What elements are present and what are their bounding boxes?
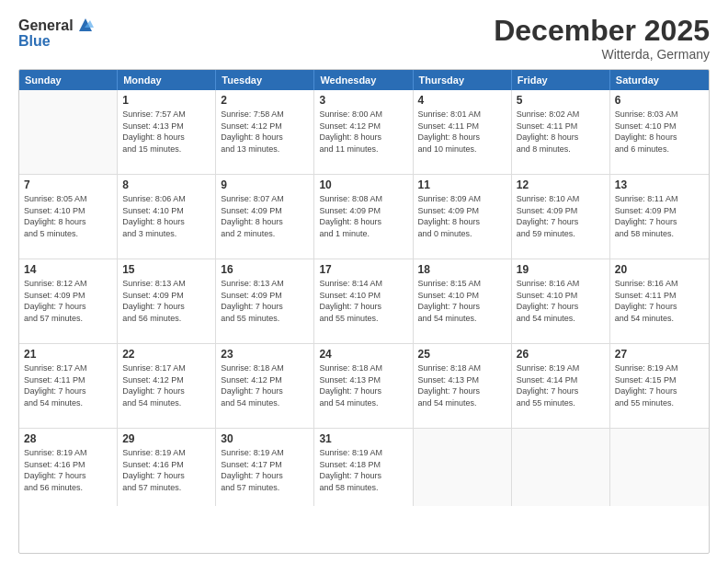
day-number: 25 [418,348,506,361]
day-info: Sunrise: 7:57 AM Sunset: 4:13 PM Dayligh… [122,109,210,155]
day-info: Sunrise: 8:19 AM Sunset: 4:15 PM Dayligh… [615,362,704,408]
day-cell-2: 2Sunrise: 7:58 AM Sunset: 4:12 PM Daylig… [216,90,314,174]
day-number: 2 [221,94,309,107]
day-info: Sunrise: 8:19 AM Sunset: 4:16 PM Dayligh… [24,447,112,493]
day-number: 13 [615,178,704,191]
empty-cell [19,90,118,174]
logo-blue-text: Blue [18,33,96,50]
day-number: 4 [418,94,506,107]
calendar-week-5: 28Sunrise: 8:19 AM Sunset: 4:16 PM Dayli… [19,429,709,506]
day-number: 31 [319,432,407,445]
day-cell-17: 17Sunrise: 8:14 AM Sunset: 4:10 PM Dayli… [314,259,413,343]
day-cell-23: 23Sunrise: 8:18 AM Sunset: 4:12 PM Dayli… [216,344,314,428]
header: General Blue December 2025 Witterda, Ger… [18,15,710,62]
empty-cell [512,429,610,506]
day-number: 11 [418,178,506,191]
day-info: Sunrise: 8:17 AM Sunset: 4:11 PM Dayligh… [24,362,112,408]
header-day-monday: Monday [118,70,216,90]
header-day-tuesday: Tuesday [216,70,314,90]
logo-general-text: General [18,17,74,34]
day-number: 7 [24,178,112,191]
calendar-week-1: 1Sunrise: 7:57 AM Sunset: 4:13 PM Daylig… [19,90,709,175]
day-number: 30 [221,432,309,445]
day-cell-1: 1Sunrise: 7:57 AM Sunset: 4:13 PM Daylig… [118,90,216,174]
day-cell-13: 13Sunrise: 8:11 AM Sunset: 4:09 PM Dayli… [610,175,709,259]
header-day-sunday: Sunday [19,70,118,90]
day-info: Sunrise: 8:18 AM Sunset: 4:13 PM Dayligh… [319,362,407,408]
day-cell-22: 22Sunrise: 8:17 AM Sunset: 4:12 PM Dayli… [118,344,216,428]
calendar-body: 1Sunrise: 7:57 AM Sunset: 4:13 PM Daylig… [19,90,709,506]
day-number: 24 [319,348,407,361]
day-cell-18: 18Sunrise: 8:15 AM Sunset: 4:10 PM Dayli… [414,259,512,343]
day-info: Sunrise: 8:03 AM Sunset: 4:10 PM Dayligh… [615,109,704,155]
day-number: 18 [418,263,506,276]
day-cell-3: 3Sunrise: 8:00 AM Sunset: 4:12 PM Daylig… [314,90,413,174]
day-number: 3 [319,94,407,107]
day-cell-30: 30Sunrise: 8:19 AM Sunset: 4:17 PM Dayli… [216,429,314,506]
day-info: Sunrise: 8:13 AM Sunset: 4:09 PM Dayligh… [221,278,309,324]
day-number: 19 [517,263,605,276]
day-number: 26 [517,348,605,361]
month-title: December 2025 [494,15,710,47]
day-number: 14 [24,263,112,276]
day-number: 29 [122,432,210,445]
day-number: 10 [319,178,407,191]
calendar: SundayMondayTuesdayWednesdayThursdayFrid… [18,69,710,554]
day-number: 5 [517,94,605,107]
day-cell-14: 14Sunrise: 8:12 AM Sunset: 4:09 PM Dayli… [19,259,118,343]
day-cell-6: 6Sunrise: 8:03 AM Sunset: 4:10 PM Daylig… [610,90,709,174]
page-container: General Blue December 2025 Witterda, Ger… [0,0,728,563]
day-number: 15 [122,263,210,276]
day-number: 17 [319,263,407,276]
day-cell-8: 8Sunrise: 8:06 AM Sunset: 4:10 PM Daylig… [118,175,216,259]
day-cell-10: 10Sunrise: 8:08 AM Sunset: 4:09 PM Dayli… [314,175,413,259]
day-number: 6 [615,94,704,107]
day-info: Sunrise: 8:17 AM Sunset: 4:12 PM Dayligh… [122,362,210,408]
header-day-saturday: Saturday [610,70,709,90]
calendar-week-4: 21Sunrise: 8:17 AM Sunset: 4:11 PM Dayli… [19,344,709,429]
day-info: Sunrise: 8:02 AM Sunset: 4:11 PM Dayligh… [517,109,605,155]
day-cell-28: 28Sunrise: 8:19 AM Sunset: 4:16 PM Dayli… [19,429,118,506]
day-info: Sunrise: 8:08 AM Sunset: 4:09 PM Dayligh… [319,193,407,239]
day-number: 9 [221,178,309,191]
day-number: 12 [517,178,605,191]
day-info: Sunrise: 8:14 AM Sunset: 4:10 PM Dayligh… [319,278,407,324]
day-info: Sunrise: 8:05 AM Sunset: 4:10 PM Dayligh… [24,193,112,239]
day-number: 28 [24,432,112,445]
day-cell-7: 7Sunrise: 8:05 AM Sunset: 4:10 PM Daylig… [19,175,118,259]
day-info: Sunrise: 8:19 AM Sunset: 4:16 PM Dayligh… [122,447,210,493]
day-cell-24: 24Sunrise: 8:18 AM Sunset: 4:13 PM Dayli… [314,344,413,428]
day-info: Sunrise: 8:07 AM Sunset: 4:09 PM Dayligh… [221,193,309,239]
day-info: Sunrise: 8:13 AM Sunset: 4:09 PM Dayligh… [122,278,210,324]
day-cell-26: 26Sunrise: 8:19 AM Sunset: 4:14 PM Dayli… [512,344,610,428]
day-number: 16 [221,263,309,276]
day-info: Sunrise: 8:12 AM Sunset: 4:09 PM Dayligh… [24,278,112,324]
day-info: Sunrise: 8:01 AM Sunset: 4:11 PM Dayligh… [418,109,506,155]
empty-cell [610,429,709,506]
day-cell-15: 15Sunrise: 8:13 AM Sunset: 4:09 PM Dayli… [118,259,216,343]
day-cell-19: 19Sunrise: 8:16 AM Sunset: 4:10 PM Dayli… [512,259,610,343]
day-cell-31: 31Sunrise: 8:19 AM Sunset: 4:18 PM Dayli… [314,429,413,506]
header-day-thursday: Thursday [414,70,512,90]
day-cell-16: 16Sunrise: 8:13 AM Sunset: 4:09 PM Dayli… [216,259,314,343]
header-day-wednesday: Wednesday [314,70,413,90]
day-info: Sunrise: 8:18 AM Sunset: 4:13 PM Dayligh… [418,362,506,408]
day-info: Sunrise: 8:09 AM Sunset: 4:09 PM Dayligh… [418,193,506,239]
day-number: 23 [221,348,309,361]
calendar-week-2: 7Sunrise: 8:05 AM Sunset: 4:10 PM Daylig… [19,175,709,259]
title-block: December 2025 Witterda, Germany [494,15,710,62]
day-info: Sunrise: 8:19 AM Sunset: 4:18 PM Dayligh… [319,447,407,493]
day-number: 20 [615,263,704,276]
day-info: Sunrise: 8:16 AM Sunset: 4:10 PM Dayligh… [517,278,605,324]
day-cell-12: 12Sunrise: 8:10 AM Sunset: 4:09 PM Dayli… [512,175,610,259]
logo: General Blue [18,15,96,50]
day-number: 27 [615,348,704,361]
day-cell-4: 4Sunrise: 8:01 AM Sunset: 4:11 PM Daylig… [414,90,512,174]
header-day-friday: Friday [512,70,610,90]
day-number: 1 [122,94,210,107]
day-cell-27: 27Sunrise: 8:19 AM Sunset: 4:15 PM Dayli… [610,344,709,428]
day-info: Sunrise: 8:11 AM Sunset: 4:09 PM Dayligh… [615,193,704,239]
empty-cell [414,429,512,506]
day-info: Sunrise: 8:15 AM Sunset: 4:10 PM Dayligh… [418,278,506,324]
day-info: Sunrise: 8:16 AM Sunset: 4:11 PM Dayligh… [615,278,704,324]
